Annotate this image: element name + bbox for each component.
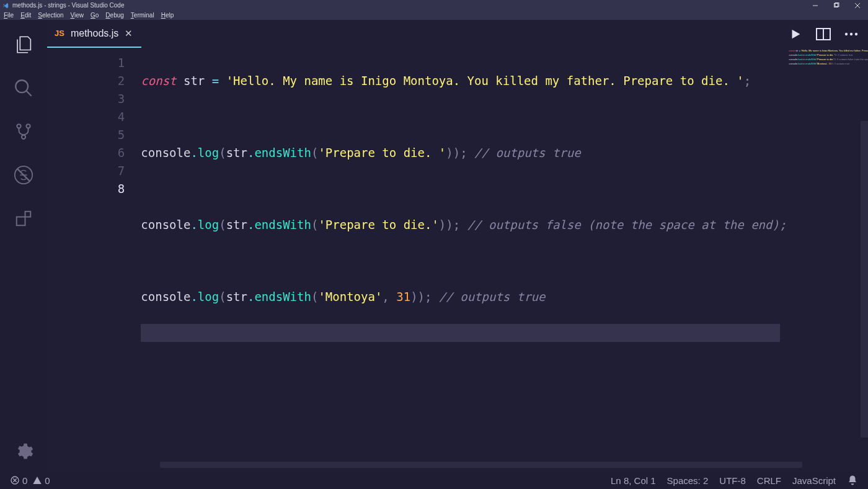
explorer-icon[interactable] [12, 34, 35, 56]
close-button[interactable] [847, 0, 868, 11]
line-number: 4 [47, 108, 125, 126]
activity-bar [0, 20, 47, 472]
settings-gear-icon[interactable] [12, 441, 35, 463]
extensions-icon[interactable] [12, 207, 35, 230]
svg-point-2 [16, 80, 28, 92]
line-number: 8 [47, 180, 125, 198]
status-language[interactable]: JavaScript [792, 475, 836, 486]
menu-bar: File Edit Selection View Go Debug Termin… [0, 11, 868, 20]
maximize-button[interactable] [826, 0, 847, 11]
menu-terminal[interactable]: Terminal [131, 12, 154, 19]
line-number: 1 [47, 54, 125, 72]
search-icon[interactable] [12, 77, 35, 99]
menu-file[interactable]: File [4, 12, 14, 19]
line-number: 3 [47, 90, 125, 108]
source-control-icon[interactable] [12, 120, 35, 143]
vertical-scrollbar[interactable] [861, 121, 868, 437]
svg-point-3 [17, 124, 20, 128]
tab-close-icon[interactable]: ✕ [125, 28, 133, 39]
line-number-gutter: 1 2 3 4 5 6 7 8 [47, 48, 141, 472]
window-title: methods.js - strings - Visual Studio Cod… [12, 2, 124, 9]
svg-point-4 [26, 124, 30, 128]
status-cursor-position[interactable]: Ln 8, Col 1 [611, 475, 656, 486]
notifications-bell-icon[interactable] [847, 475, 858, 486]
menu-edit[interactable]: Edit [20, 12, 31, 19]
line-number: 2 [47, 72, 125, 90]
status-warnings[interactable]: 0 [32, 475, 50, 486]
run-icon[interactable] [789, 27, 802, 41]
tab-methods-js[interactable]: JS methods.js ✕ [47, 20, 141, 48]
debug-icon[interactable] [12, 164, 35, 186]
menu-go[interactable]: Go [91, 12, 99, 19]
svg-point-12 [855, 32, 857, 35]
menu-view[interactable]: View [71, 12, 84, 19]
svg-point-11 [850, 32, 852, 35]
status-encoding[interactable]: UTF-8 [719, 475, 746, 486]
minimize-button[interactable] [805, 0, 826, 11]
svg-rect-7 [17, 217, 25, 226]
split-editor-icon[interactable] [816, 28, 831, 40]
title-bar: methods.js - strings - Visual Studio Cod… [0, 0, 868, 11]
line-number: 7 [47, 162, 125, 180]
menu-help[interactable]: Help [161, 12, 174, 19]
tab-filename: methods.js [71, 28, 118, 39]
minimap[interactable]: const str = 'Hello. My name is Inigo Mon… [786, 48, 868, 472]
more-actions-icon[interactable] [844, 32, 858, 36]
svg-point-10 [845, 32, 848, 35]
status-bar: 0 0 Ln 8, Col 1 Spaces: 2 UTF-8 CRLF Jav… [0, 472, 868, 489]
svg-rect-8 [25, 212, 31, 217]
status-indentation[interactable]: Spaces: 2 [667, 475, 709, 486]
line-number: 6 [47, 144, 125, 162]
svg-point-5 [22, 135, 25, 139]
code-editor[interactable]: const str = 'Hello. My name is Inigo Mon… [141, 48, 786, 472]
status-eol[interactable]: CRLF [757, 475, 781, 486]
status-errors[interactable]: 0 [10, 475, 27, 486]
line-number: 5 [47, 126, 125, 144]
vscode-logo-icon [2, 2, 9, 9]
js-file-icon: JS [55, 29, 64, 38]
tab-bar: JS methods.js ✕ [47, 20, 868, 48]
horizontal-scrollbar[interactable] [160, 462, 802, 468]
menu-selection[interactable]: Selection [38, 12, 63, 19]
menu-debug[interactable]: Debug [105, 12, 123, 19]
